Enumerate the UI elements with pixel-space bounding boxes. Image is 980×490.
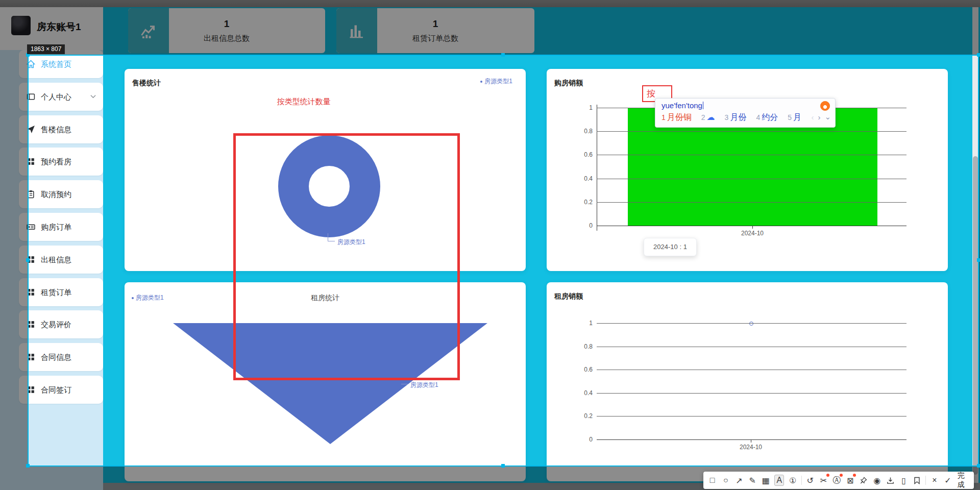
text-tool-icon[interactable]: A [774,475,784,486]
pin-tool-icon[interactable] [859,475,868,486]
notification-dot [826,474,829,477]
stat-card-rent-info: 1 出租信息总数 [128,8,325,53]
mosaic-tool-icon[interactable]: ▦ [761,475,771,486]
ime-candidate-2[interactable]: 2☁ [701,112,715,123]
selection-handle[interactable] [977,53,980,57]
selection-handle[interactable] [977,464,980,468]
capture-toolbar: □○↗✎▦A①↺✂Ⓐ⊠◉▯×✓完成 [703,472,974,489]
rectangle-tool-icon[interactable]: □ [707,475,717,486]
download-tool-icon[interactable] [886,475,895,486]
cloud-icon: ☁ [707,113,715,121]
ime-candidate-1[interactable]: 1月份铜 [662,112,692,123]
ime-prev-page-icon[interactable]: ‹ [811,113,814,121]
ime-pager: ‹ › ⌄ [811,112,831,121]
stat-value: 1 [433,18,438,30]
ime-candidate-list: 1月份铜2☁3月份4约分5月 [662,112,799,123]
arrow-tool-icon[interactable]: ↗ [734,475,744,486]
text-caret [703,102,703,109]
ocr-tool-icon[interactable]: Ⓐ [832,475,842,486]
sidebar-header: 房东账号1 [0,7,103,50]
device-tool-icon[interactable]: ▯ [899,475,909,486]
selection-handle[interactable] [26,258,30,262]
notification-dot [853,474,856,477]
ellipse-tool-icon[interactable]: ○ [721,475,730,486]
selection-handle[interactable] [26,464,30,468]
cancel-button[interactable]: × [929,475,939,486]
toolbar-separator [801,476,802,485]
notification-dot [840,474,843,477]
confirm-button[interactable]: ✓ [943,475,952,486]
cut-tool-icon[interactable]: ✂ [819,475,828,486]
avatar[interactable] [11,16,31,35]
selection-handle[interactable] [501,464,505,468]
stat-value: 1 [224,18,230,30]
screen: 房东账号1 系统首页个人中心售楼信息预约看房取消预约购房订单出租信息租赁订单交易… [0,0,980,490]
capture-selection-border[interactable] [28,55,979,467]
undo-tool-icon[interactable]: ↺ [805,475,815,486]
browser-top-bar [0,0,980,7]
ime-popup: yue'fen'tong 1月份铜2☁3月份4约分5月 ‹ › ⌄ [655,98,836,128]
ime-candidate-5[interactable]: 5月 [788,112,801,123]
stat-card-lease-orders: 1 租赁订单总数 [336,8,534,53]
ime-expand-icon[interactable]: ⌄ [824,112,831,121]
ime-candidate-4[interactable]: 4约分 [756,112,778,123]
selection-handle[interactable] [501,53,505,57]
ime-next-page-icon[interactable]: › [818,113,820,121]
done-label[interactable]: 完成 [958,471,970,489]
pen-tool-icon[interactable]: ✎ [748,475,757,486]
ime-pinyin-input[interactable]: yue'fen'tong [662,101,703,110]
stat-label: 出租信息总数 [204,34,250,43]
ime-logo-icon[interactable] [820,101,830,111]
username: 房东账号1 [37,20,81,34]
number-stamp-tool-icon[interactable]: ① [788,475,797,486]
record-tool-icon[interactable]: ◉ [872,475,882,486]
stat-label: 租赁订单总数 [412,34,458,43]
bookmark-tool-icon[interactable] [912,475,922,486]
selection-handle[interactable] [977,258,980,262]
ime-candidate-3[interactable]: 3月份 [725,112,747,123]
toolbar-separator [925,476,926,485]
extract-tool-icon[interactable]: ⊠ [845,475,855,486]
selection-size-badge: 1863 × 807 [27,44,65,54]
